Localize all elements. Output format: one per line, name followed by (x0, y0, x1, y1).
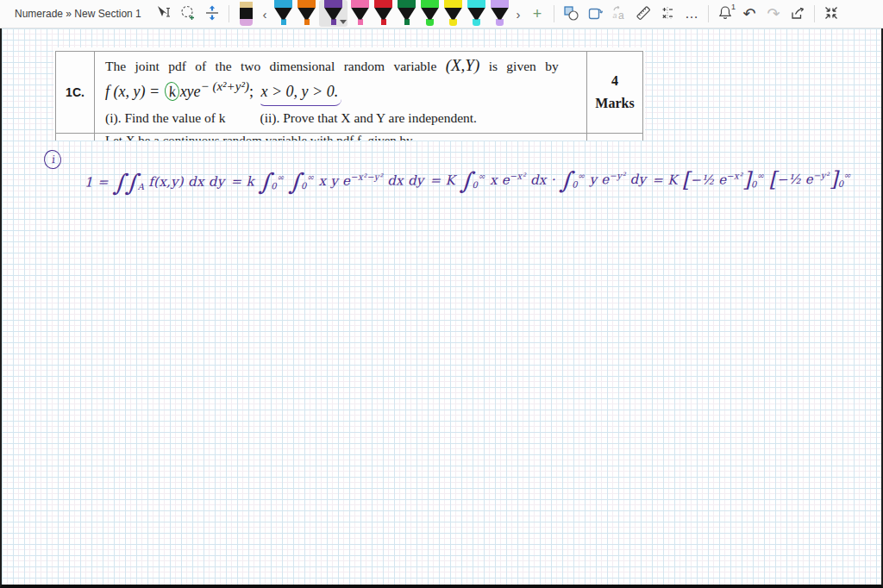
next-question-text: Let X be a continuous random variable wi… (95, 134, 587, 141)
purple-underline-annotation: x > 0, y > 0. (260, 83, 338, 101)
undo-button[interactable]: ↶ (737, 1, 761, 27)
question-table: 1C. The joint pdf of the two dimensional… (55, 51, 643, 141)
insert-space-button[interactable] (200, 1, 224, 27)
toolbar-divider (708, 5, 709, 22)
handwriting-segment: = k ∫0∞ ∫0∞ x y e−x²−y² dx dy (230, 172, 423, 192)
app-toolbar: Numerade » New Section 1 ‹ › + (0, 0, 883, 28)
highlighter-cyan[interactable] (466, 0, 487, 27)
item-i: (i). Find the value of k (105, 110, 225, 125)
question-subitems-line: (i). Find the value of k(ii). Prove that… (105, 110, 578, 126)
breadcrumb[interactable]: Numerade » New Section 1 (0, 8, 152, 20)
eraser-button[interactable] (234, 1, 258, 27)
question-formula-line: f (x, y) = kxye− (x²+y²); x > 0, y > 0. (105, 79, 578, 107)
marks-value: 4 (611, 70, 618, 92)
lasso-select-icon (179, 4, 197, 24)
notification-count-badge: 1 (731, 3, 736, 11)
redo-button[interactable]: ↷ (761, 1, 786, 27)
shapes-tool-button[interactable] (559, 1, 583, 27)
toolbar-divider (554, 5, 554, 22)
ruler-tool-button[interactable] (631, 1, 655, 27)
replay-ink-button[interactable] (583, 1, 607, 27)
eraser-icon (239, 2, 254, 27)
pen-group (272, 0, 511, 28)
handwriting-line[interactable]: 1 = ∫∫A f(x,y) dx dy= k ∫0∞ ∫0∞ x y e−x²… (85, 154, 871, 209)
svg-text:a: a (613, 11, 617, 20)
shapes-icon (562, 4, 579, 24)
question-number-cell: 1C. (56, 52, 95, 133)
handwriting-step-circle: i (43, 149, 63, 171)
chevron-down-icon (340, 20, 347, 24)
pen-scroll-left-button[interactable]: ‹ (258, 7, 272, 22)
item-ii: (ii). Prove that X and Y are independent… (260, 110, 477, 125)
question-image[interactable]: 1C. The joint pdf of the two dimensional… (53, 47, 645, 141)
select-cursor-icon (155, 4, 172, 24)
highlighter-green[interactable] (419, 0, 441, 27)
next-question-clipped-row: Let X be a continuous random variable wi… (56, 134, 642, 141)
toolbar-divider (229, 5, 229, 22)
pen-pink[interactable] (349, 0, 371, 27)
pen-scroll-right-button[interactable]: › (511, 7, 525, 22)
question-body-cell: The joint pdf of the two dimensional ran… (95, 52, 587, 133)
ink-to-text-button[interactable]: aa (607, 1, 631, 27)
handwriting-segment: = K ∫0∞ x e−x² dx · ∫0∞ y e−y² dy (430, 171, 647, 191)
marks-label: Marks (595, 92, 634, 115)
pen-red[interactable] (373, 0, 394, 27)
share-icon (789, 4, 806, 24)
notifications-button[interactable]: 1 (713, 1, 737, 27)
xy-pair-math: (X,Y) (446, 56, 480, 74)
handwriting-segment: 1 = ∫∫A f(x,y) dx dy (85, 173, 225, 192)
select-tool-button[interactable] (152, 1, 176, 27)
insert-space-icon (204, 4, 221, 24)
question-statement-line: The joint pdf of the two dimensional ran… (105, 56, 578, 75)
question-row: 1C. The joint pdf of the two dimensional… (56, 52, 642, 134)
svg-text:a: a (618, 9, 624, 22)
green-circle-annotation: k (164, 81, 180, 102)
marks-cell: 4 Marks (587, 52, 642, 133)
handwriting-segment: = K [−½ e−x²]0∞ [−½ e−y²]0∞ (652, 170, 851, 189)
math-symbols-icon (659, 4, 676, 24)
lasso-select-button[interactable] (176, 1, 200, 27)
share-button[interactable] (786, 1, 810, 27)
pen-cyan[interactable] (272, 0, 294, 27)
toolbar-tools: ‹ › + aa (152, 0, 843, 28)
pen-darkgreen[interactable] (396, 0, 417, 27)
highlighter-yellow[interactable] (442, 0, 464, 27)
collapse-view-button[interactable] (819, 1, 843, 27)
ruler-icon (635, 4, 652, 24)
collapse-arrows-icon (823, 4, 840, 24)
replay-ink-icon (586, 4, 604, 24)
pen-orange[interactable] (296, 0, 317, 27)
add-pen-button[interactable]: + (525, 1, 549, 27)
pen-purple[interactable] (319, 0, 348, 27)
toolbar-divider (814, 5, 815, 22)
math-tool-button[interactable] (655, 1, 679, 27)
notebook-canvas[interactable]: 1C. The joint pdf of the two dimensional… (0, 28, 883, 588)
highlighter-purple[interactable] (489, 0, 510, 27)
ink-to-text-icon: aa (611, 4, 628, 24)
more-tools-button[interactable]: … (679, 1, 704, 27)
